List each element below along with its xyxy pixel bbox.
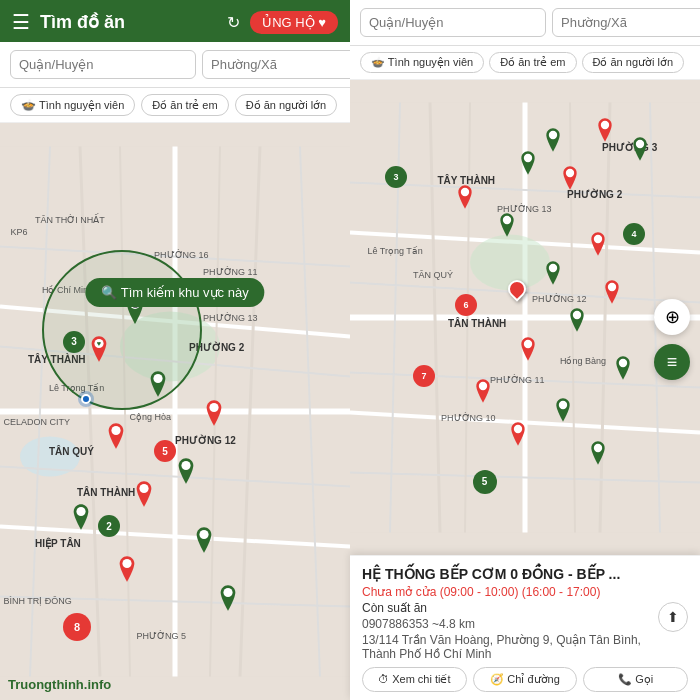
cluster-pin[interactable]: 3: [63, 331, 85, 353]
svg-text:♥: ♥: [96, 340, 100, 349]
left-map[interactable]: Hồ Chí Minh ○ TÂY THÀNH CELADON CITY TÂN…: [0, 123, 350, 700]
svg-point-29: [223, 588, 232, 597]
card-actions: ⏱ Xem chi tiết 🧭 Chỉ đường 📞 Gọi: [362, 667, 688, 692]
search-input-group: [10, 50, 388, 79]
svg-point-59: [478, 382, 486, 390]
app-title: Tìm đồ ăn: [40, 11, 217, 33]
svg-point-58: [618, 358, 626, 366]
map-pin[interactable]: [455, 185, 475, 213]
map-pin[interactable]: [508, 422, 528, 450]
map-pin[interactable]: [613, 356, 633, 384]
map-pin[interactable]: [588, 232, 608, 260]
search-area-button[interactable]: 🔍 Tìm kiếm khu vực này: [85, 278, 264, 307]
map-pin[interactable]: [595, 118, 615, 146]
map-pin[interactable]: [630, 137, 650, 165]
location-fab[interactable]: ⊕: [654, 299, 690, 335]
right-header: 🔍 ⚡: [350, 0, 700, 46]
detail-button[interactable]: ⏱ Xem chi tiết: [362, 667, 467, 692]
share-button[interactable]: ⬆: [658, 602, 688, 632]
right-panel: 🔍 ⚡ 🍲 Tình nguyện viên Đồ ăn trẻ em Đồ ă…: [350, 0, 700, 700]
map-pin[interactable]: [217, 585, 239, 615]
tag-volunteer-left[interactable]: 🍲 Tình nguyện viên: [10, 94, 135, 116]
svg-point-56: [573, 311, 581, 319]
heart-icon: 🍲: [21, 98, 36, 112]
svg-point-23: [181, 461, 190, 470]
svg-point-62: [594, 444, 602, 452]
refresh-icon[interactable]: ↻: [227, 13, 240, 32]
svg-point-51: [461, 187, 469, 195]
svg-point-46: [548, 130, 556, 138]
cluster-pin[interactable]: 5: [473, 470, 497, 494]
ung-ho-button[interactable]: ỦNG HỘ ♥: [250, 11, 338, 34]
right-map[interactable]: TÂY THÀNH PHƯỜNG 3 PHƯỜNG 2 PHƯỜNG 13 PH…: [350, 80, 700, 555]
svg-point-26: [209, 403, 218, 412]
map-pin[interactable]: [567, 308, 587, 336]
map-pin[interactable]: [553, 398, 573, 426]
map-pin[interactable]: [588, 441, 608, 469]
cluster-pin[interactable]: 6: [455, 294, 477, 316]
svg-point-60: [559, 401, 567, 409]
map-pin[interactable]: [193, 527, 215, 557]
card-title: HỆ THỐNG BẾP CƠM 0 ĐỒNG - BẾP ...: [362, 566, 658, 582]
cluster-pin[interactable]: 7: [413, 365, 435, 387]
map-pin[interactable]: [560, 166, 580, 194]
svg-point-55: [608, 282, 616, 290]
tag-children-right[interactable]: Đồ ăn trẻ em: [489, 52, 576, 73]
current-location-dot: [81, 394, 91, 404]
map-pin[interactable]: [70, 504, 92, 534]
call-button[interactable]: 📞 Gọi: [583, 667, 688, 692]
svg-point-47: [601, 121, 609, 129]
map-pin[interactable]: [518, 151, 538, 179]
svg-point-27: [199, 530, 208, 539]
card-address: 13/114 Trần Văn Hoàng, Phường 9, Quận Tâ…: [362, 633, 658, 661]
map-pin[interactable]: [543, 261, 563, 289]
svg-point-50: [524, 154, 532, 162]
map-pin[interactable]: [473, 379, 493, 407]
bottom-card: HỆ THỐNG BẾP CƠM 0 ĐỒNG - BẾP ... Chưa m…: [350, 555, 700, 700]
map-pin[interactable]: [147, 371, 169, 401]
map-pin[interactable]: [175, 458, 197, 488]
svg-point-28: [122, 559, 131, 568]
map-pin[interactable]: [543, 128, 563, 156]
map-pin[interactable]: [518, 337, 538, 365]
svg-point-25: [76, 507, 85, 516]
map-pin[interactable]: [602, 280, 622, 308]
map-pin[interactable]: [105, 423, 127, 453]
svg-point-52: [503, 216, 511, 224]
hamburger-icon[interactable]: ☰: [12, 10, 30, 34]
svg-point-53: [594, 235, 602, 243]
card-phone-dist: 0907886353 ~4.8 km: [362, 617, 658, 631]
map-pin[interactable]: [116, 556, 138, 586]
tag-adult-right[interactable]: Đồ ăn người lớn: [582, 52, 685, 73]
direction-button[interactable]: 🧭 Chỉ đường: [473, 667, 578, 692]
district-input-left[interactable]: [10, 50, 196, 79]
tag-adult-left[interactable]: Đồ ăn người lớn: [235, 94, 338, 116]
svg-point-49: [566, 168, 574, 176]
svg-point-61: [513, 425, 521, 433]
map-pin[interactable]: [203, 400, 225, 430]
svg-point-24: [139, 484, 148, 493]
ward-input-right[interactable]: [552, 8, 700, 37]
left-tags: 🍲 Tình nguyện viên Đồ ăn trẻ em Đồ ăn ng…: [0, 88, 350, 123]
svg-point-21: [153, 374, 162, 383]
district-input-right[interactable]: [360, 8, 546, 37]
svg-point-57: [524, 339, 532, 347]
left-search-bar: 🔍 ⚡: [0, 42, 350, 88]
map-pin[interactable]: ♥: [88, 336, 110, 366]
tag-volunteer-right[interactable]: 🍲 Tình nguyện viên: [360, 52, 484, 73]
menu-fab[interactable]: ≡: [654, 344, 690, 380]
card-remain: Còn suất ăn: [362, 601, 658, 615]
right-tags: 🍲 Tình nguyện viên Đồ ăn trẻ em Đồ ăn ng…: [350, 46, 700, 80]
card-status: Chưa mở cửa (09:00 - 10:00) (16:00 - 17:…: [362, 585, 658, 599]
cluster-pin[interactable]: 4: [623, 223, 645, 245]
map-pin[interactable]: [133, 481, 155, 511]
cluster-pin[interactable]: 3: [385, 166, 407, 188]
map-pin[interactable]: [497, 213, 517, 241]
svg-point-48: [636, 140, 644, 148]
left-panel: ☰ Tìm đồ ăn ↻ ỦNG HỘ ♥ 🔍 ⚡ 🍲 Tình nguyện…: [0, 0, 350, 700]
left-header: ☰ Tìm đồ ăn ↻ ỦNG HỘ ♥: [0, 0, 350, 42]
svg-point-22: [111, 426, 120, 435]
tag-children-left[interactable]: Đồ ăn trẻ em: [141, 94, 228, 116]
svg-point-54: [548, 263, 556, 271]
